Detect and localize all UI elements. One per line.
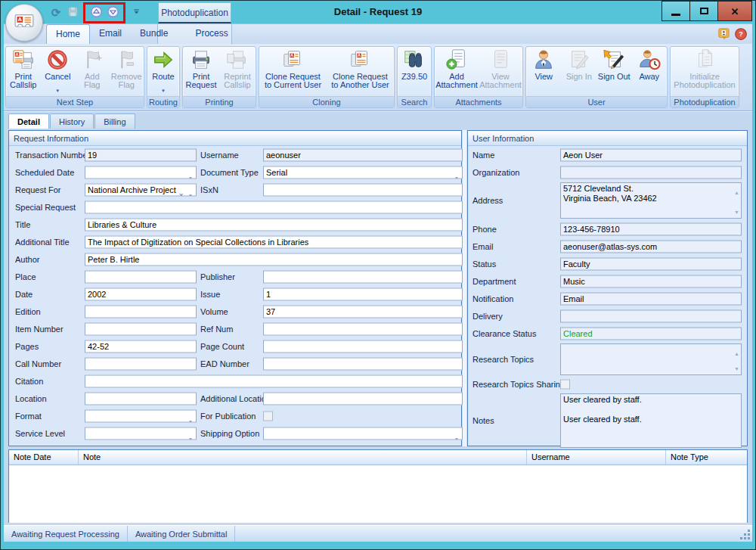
dropdown-arrow-icon[interactable] — [186, 167, 195, 177]
notification-field[interactable]: Email — [560, 292, 742, 305]
tab-billing[interactable]: Billing — [94, 113, 135, 129]
call-number-label: Call Number — [15, 359, 61, 368]
department-field[interactable]: Music — [560, 275, 742, 287]
route-button[interactable]: Route — [147, 47, 179, 96]
special-request-field[interactable] — [85, 200, 463, 213]
column-header-note-date[interactable]: Note Date — [9, 450, 79, 465]
date-field[interactable]: 2002 — [85, 287, 197, 300]
add-attachment-button[interactable]: Add Attachment — [435, 47, 479, 96]
form-row: Special Request — [9, 198, 461, 216]
email-field[interactable]: aeonuser@atlas-sys.com — [560, 240, 742, 253]
tab-process[interactable]: Process — [186, 24, 237, 44]
print-callslip-button[interactable]: APrint Callslip — [6, 47, 41, 96]
print-callslip-icon: A — [12, 48, 35, 71]
tab-bundle[interactable]: Bundle — [131, 24, 177, 44]
contextual-tab-group-label[interactable]: Photoduplication — [158, 2, 231, 23]
publisher-field[interactable] — [263, 270, 463, 283]
isxn-field[interactable] — [263, 183, 463, 196]
transaction-number-field[interactable]: 19 — [85, 148, 197, 161]
scroll-down-icon[interactable] — [734, 360, 739, 374]
page-count-field[interactable] — [263, 340, 463, 353]
pages-field[interactable]: 42-52 — [85, 340, 197, 353]
organization-field[interactable] — [560, 166, 742, 179]
notes-field[interactable]: User cleared by staff. User cleared by s… — [560, 393, 742, 448]
request-for-field[interactable]: National Archive Project — [85, 183, 197, 196]
tab-email[interactable]: Email — [90, 24, 131, 44]
application-menu-button[interactable]: A — [5, 4, 43, 42]
volume-field[interactable]: 37 — [263, 305, 463, 318]
address-field[interactable]: 5712 Cleveland St. Virginia Beach, VA 23… — [560, 182, 742, 219]
status-field[interactable]: Faculty — [560, 257, 742, 270]
issue-field[interactable]: 1 — [263, 287, 463, 300]
close-button[interactable] — [717, 1, 752, 21]
away-button[interactable]: Away — [632, 47, 668, 96]
username-field[interactable]: aeonuser — [263, 148, 463, 161]
print-request-button[interactable]: Print Request — [183, 47, 219, 96]
scroll-up-icon[interactable] — [734, 345, 739, 359]
research-topics-field[interactable] — [560, 343, 742, 375]
additional-location-field[interactable] — [263, 392, 463, 405]
clone-request-to-another-user-button[interactable]: AClone Request to Another User — [327, 47, 394, 96]
location-field[interactable] — [85, 392, 197, 405]
maximize-button[interactable] — [689, 1, 718, 21]
help-icon[interactable]: ? — [734, 27, 748, 41]
form-row: Pages42-52Page Count — [9, 337, 461, 355]
cancel-button[interactable]: Cancel — [41, 47, 76, 96]
system-alert-icon[interactable] — [717, 27, 731, 41]
dropdown-arrow-icon[interactable] — [161, 82, 166, 95]
minimize-button[interactable] — [662, 1, 690, 21]
column-header-note[interactable]: Note — [79, 450, 527, 465]
sign-out-button[interactable]: Sign Out — [596, 47, 632, 96]
phone-field[interactable]: 123-456-78910 — [560, 222, 742, 235]
clearance-status-field[interactable]: Cleared — [560, 327, 742, 340]
form-row: Research Topics — [468, 342, 747, 377]
dropdown-arrow-icon[interactable] — [452, 167, 461, 177]
clear-icon[interactable] — [177, 185, 185, 194]
column-header-username[interactable]: Username — [527, 450, 666, 465]
notes-table-body[interactable] — [9, 465, 747, 523]
initialize-photoduplication-icon — [693, 48, 716, 71]
service-level-field[interactable] — [85, 427, 197, 440]
citation-field[interactable] — [85, 374, 463, 387]
additional-title-field[interactable]: The Impact of Digitization on Special Co… — [85, 235, 463, 248]
document-type-field[interactable]: Serial — [263, 166, 463, 179]
sign-out-label: Sign Out — [598, 73, 631, 81]
name-field[interactable]: Aeon User — [560, 148, 742, 161]
delivery-field[interactable] — [560, 309, 742, 322]
call-number-field[interactable] — [85, 357, 197, 370]
dropdown-arrow-icon[interactable] — [186, 185, 195, 194]
column-header-note-type[interactable]: Note Type — [666, 450, 747, 465]
status-item-1: Awaiting Request Processing — [4, 526, 128, 542]
ref-num-field[interactable] — [263, 322, 463, 335]
form-row: FormatFor Publication — [9, 407, 461, 424]
format-value — [85, 410, 196, 412]
for-publication-checkbox[interactable] — [263, 411, 273, 421]
author-field[interactable]: Peter B. Hirtle — [85, 253, 463, 266]
view-button[interactable]: View — [526, 47, 562, 96]
format-field[interactable] — [85, 409, 197, 422]
print-callslip-label: Print Callslip — [10, 73, 36, 89]
form-row: Clearance StatusCleared — [468, 325, 747, 342]
panel-splitter[interactable] — [462, 130, 467, 446]
scroll-up-icon[interactable] — [734, 184, 739, 197]
form-row: NotesUser cleared by staff. User cleared… — [468, 392, 747, 449]
dropdown-arrow-icon[interactable] — [452, 428, 461, 438]
tab-detail[interactable]: Detail — [8, 113, 49, 129]
z39-50-button[interactable]: Z39.50 — [398, 47, 431, 96]
edition-field[interactable] — [85, 305, 197, 318]
ead-number-field[interactable] — [263, 357, 463, 370]
dropdown-arrow-icon[interactable] — [186, 411, 195, 421]
shipping-option-field[interactable] — [263, 427, 463, 440]
dropdown-arrow-icon[interactable] — [55, 82, 60, 95]
place-field[interactable] — [85, 270, 197, 283]
research-topics-sharing-checkbox[interactable] — [560, 380, 570, 390]
tab-home[interactable]: Home — [46, 24, 90, 44]
dropdown-arrow-icon[interactable] — [186, 428, 195, 438]
title-field[interactable]: Libraries & Culture — [85, 218, 463, 231]
scheduled-date-field[interactable] — [85, 166, 197, 179]
clone-request-to-current-user-button[interactable]: AClone Request to Current User — [259, 47, 327, 96]
tab-history[interactable]: History — [50, 113, 94, 129]
resize-grip-icon[interactable] — [740, 530, 751, 540]
scroll-down-icon[interactable] — [734, 204, 739, 217]
item-number-field[interactable] — [85, 322, 197, 335]
